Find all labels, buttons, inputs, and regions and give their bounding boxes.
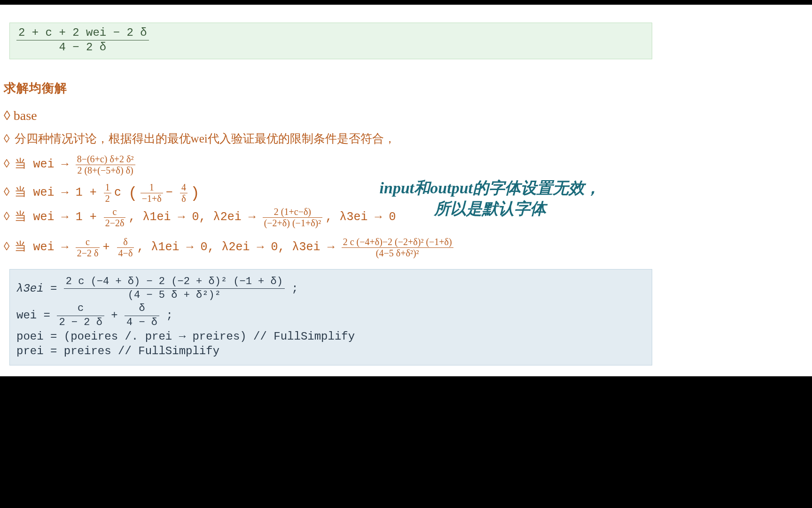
case-1: ◊ 当 wei → 8−(6+c) δ+2 δ² 2 (8+(−5+δ) δ) <box>4 154 135 175</box>
output-numerator: 2 + c + 2 wei − 2 δ <box>16 27 149 40</box>
annotation-line1: input和output的字体设置无效， <box>380 178 601 198</box>
case-4: ◊ 当 wei → c 2−2 δ + δ 4−δ , λ1ei → 0, λ2… <box>4 237 453 258</box>
input-line-1: λ3ei = 2 c (−4 + δ) − 2 (−2 + δ)² (−1 + … <box>16 276 645 301</box>
output-denominator: 4 − 2 δ <box>16 40 149 54</box>
case4-fb: δ 4−δ <box>117 237 134 258</box>
case2-half: 1 2 <box>104 183 111 204</box>
input-l2a-frac: c 2 − 2 δ <box>57 303 104 328</box>
section-title: 求解均衡解 <box>4 80 67 96</box>
subsection-base: ◊ base <box>4 108 37 123</box>
diamond-icon: ◊ <box>4 209 9 222</box>
output-cell: 2 + c + 2 wei − 2 δ 4 − 2 δ <box>9 23 652 59</box>
case2-inner2: 4 δ <box>180 183 187 204</box>
input-l1-frac: 2 c (−4 + δ) − 2 (−2 + δ)² (−1 + δ) (4 −… <box>64 276 285 301</box>
case-2: ◊ 当 wei → 1 + 1 2 c ( 1 −1+δ − 4 δ ) <box>4 183 200 204</box>
diamond-icon: ◊ <box>4 157 9 170</box>
annotation-overlay: input和output的字体设置无效， 所以是默认字体 <box>380 178 601 219</box>
annotation-line2: 所以是默认字体 <box>380 198 601 219</box>
letterbox-bottom <box>0 376 812 508</box>
diamond-icon: ◊ <box>4 239 9 253</box>
case4-fc: 2 c (−4+δ)−2 (−2+δ)² (−1+δ) (4−5 δ+δ²)² <box>342 237 453 258</box>
bullet-intro: ◊ 分四种情况讨论，根据得出的最优wei代入验证最优的限制条件是否符合， <box>4 131 396 146</box>
case4-fa: c 2−2 δ <box>76 237 100 258</box>
case2-prefix: 当 wei → 1 + <box>15 186 104 199</box>
input-cell[interactable]: λ3ei = 2 c (−4 + δ) − 2 (−2 + δ)² (−1 + … <box>9 269 652 365</box>
input-l2b-frac: δ 4 − δ <box>125 303 159 328</box>
case-3: ◊ 当 wei → 1 + c 2−2δ , λ1ei → 0, λ2ei → … <box>4 207 396 228</box>
input-line-2: wei = c 2 − 2 δ + δ 4 − δ ; <box>16 303 645 328</box>
input-line-3: poei = (poeires /. prei → preires) // Fu… <box>16 330 645 343</box>
case3-f1: c 2−2δ <box>104 207 126 228</box>
case2-inner1: 1 −1+δ <box>141 183 163 204</box>
case1-prefix: 当 wei → <box>15 158 76 171</box>
output-fraction: 2 + c + 2 wei − 2 δ 4 − 2 δ <box>16 27 149 54</box>
case3-f2: 2 (1+c−δ) (−2+δ) (−1+δ)² <box>263 207 323 228</box>
diamond-icon: ◊ <box>4 185 9 198</box>
input-line-4: prei = preires // FullSimplify <box>16 345 645 357</box>
diamond-icon: ◊ <box>4 132 9 145</box>
bullet-intro-text: 分四种情况讨论，根据得出的最优wei代入验证最优的限制条件是否符合， <box>15 132 396 145</box>
case1-fraction: 8−(6+c) δ+2 δ² 2 (8+(−5+δ) δ) <box>76 154 135 175</box>
